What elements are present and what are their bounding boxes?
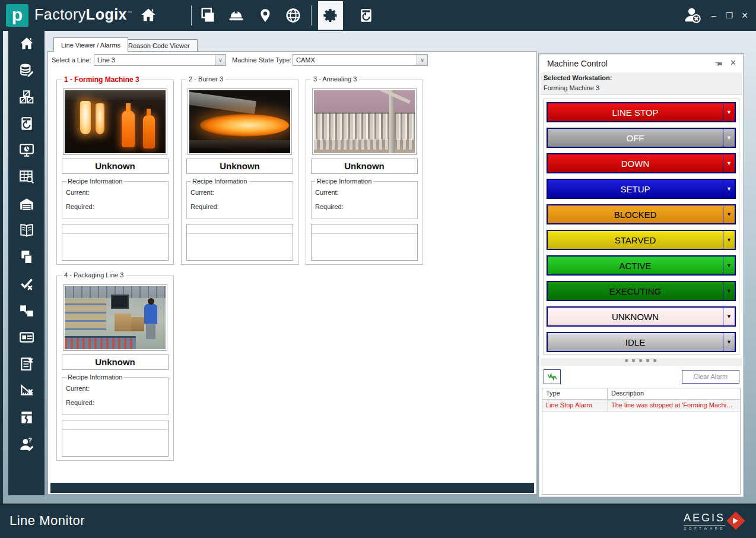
chevron-down-icon[interactable]: ▼ bbox=[723, 257, 735, 274]
sidebar-item-warehouse[interactable] bbox=[8, 191, 45, 218]
recipe-information-group: Recipe Information Current: Required: bbox=[186, 181, 293, 219]
machine-title: 1 - Forming Machine 3 bbox=[62, 75, 142, 84]
device-restore-icon bbox=[19, 116, 34, 134]
alarm-type-cell: Line Stop Alarm bbox=[542, 400, 608, 412]
line-select-dropdown[interactable]: Line 3 ∨ bbox=[94, 54, 226, 66]
device-restore-icon[interactable] bbox=[358, 7, 374, 26]
list-x-icon bbox=[19, 356, 34, 374]
state-button-setup[interactable]: SETUP▼ bbox=[547, 179, 736, 199]
close-button[interactable]: ✕ bbox=[739, 11, 750, 20]
tab-line-viewer-alarms[interactable]: Line Viewer / Alarms bbox=[53, 37, 128, 52]
refresh-button[interactable] bbox=[544, 369, 561, 384]
refresh-arrows-icon bbox=[547, 374, 558, 384]
chevron-down-icon[interactable]: ∨ bbox=[417, 55, 427, 65]
chevron-down-icon[interactable]: ∨ bbox=[215, 55, 225, 65]
brand-text: FactoryLogix™ bbox=[34, 6, 132, 23]
filter-row: Select a Line: Line 3 ∨ Machine State Ty… bbox=[48, 53, 536, 67]
sidebar-item-documents[interactable] bbox=[8, 245, 45, 271]
sidebar-item-dashboard[interactable] bbox=[8, 138, 45, 164]
chevron-down-icon[interactable]: ▼ bbox=[723, 180, 735, 198]
toolbar-separator bbox=[311, 5, 312, 26]
chevron-down-icon[interactable]: ▼ bbox=[723, 205, 735, 223]
pin-icon[interactable] bbox=[714, 60, 722, 71]
check-x-icon bbox=[19, 276, 34, 294]
machine-image-frame bbox=[188, 88, 292, 155]
machine-state-type-dropdown[interactable]: CAMX ∨ bbox=[293, 54, 428, 66]
machine-title: 3 - Annealing 3 bbox=[311, 75, 359, 83]
tab-reason-code-viewer[interactable]: Reason Code Viewer bbox=[120, 39, 198, 52]
sidebar-item-operator[interactable]: ? bbox=[8, 432, 45, 458]
user-logout-icon[interactable] bbox=[682, 5, 703, 27]
chevron-down-icon[interactable]: ▼ bbox=[723, 154, 735, 172]
recipe-current-label: Current: bbox=[66, 189, 90, 196]
chevron-down-icon[interactable]: ▼ bbox=[723, 333, 735, 351]
machine-panel-annealing[interactable]: 3 - Annealing 3 Unknown Recipe Informati… bbox=[306, 80, 423, 265]
svg-text:?: ? bbox=[28, 436, 32, 444]
sidebar-item-verify[interactable] bbox=[8, 271, 45, 298]
alarm-table-row[interactable]: Line Stop Alarm The line was stopped at … bbox=[542, 400, 740, 412]
documents-icon[interactable] bbox=[199, 7, 216, 26]
sidebar-item-measure[interactable] bbox=[8, 378, 45, 405]
state-button-line-stop[interactable]: LINE STOP▼ bbox=[547, 102, 736, 122]
recipe-information-group: Recipe Information Current: Required: bbox=[62, 181, 169, 219]
machine-status: Unknown bbox=[62, 355, 169, 370]
machine-panel-burner[interactable]: 2 - Burner 3 Unknown Recipe Information … bbox=[181, 80, 298, 265]
sidebar-item-transfer[interactable] bbox=[8, 298, 45, 325]
gear-icon[interactable] bbox=[318, 1, 343, 30]
main-horizontal-scrollbar[interactable] bbox=[50, 483, 534, 493]
machine-alarm-list bbox=[311, 224, 418, 261]
sidebar-item-scrap[interactable] bbox=[8, 405, 45, 432]
panel-title: Machine Control bbox=[547, 59, 608, 68]
map-pin-icon[interactable] bbox=[258, 7, 273, 26]
sidebar-item-home[interactable] bbox=[8, 31, 45, 58]
recipe-required-label: Required: bbox=[66, 203, 94, 210]
sidebar-item-badge[interactable] bbox=[8, 325, 45, 352]
chevron-down-icon[interactable]: ▼ bbox=[723, 282, 735, 300]
chevron-down-icon[interactable]: ▼ bbox=[723, 308, 735, 325]
application-window: p FactoryLogix™ – ❐ ✕ bbox=[0, 0, 756, 538]
packaging-line-photo bbox=[65, 286, 166, 349]
state-button-off[interactable]: OFF▼ bbox=[547, 128, 736, 148]
sidebar-item-data[interactable] bbox=[8, 58, 45, 84]
machine-control-panel: Machine Control ✕ Selected Workstation: … bbox=[538, 53, 744, 498]
sidebar-item-task-list[interactable] bbox=[8, 352, 45, 378]
trademark: ™ bbox=[127, 10, 132, 15]
transfer-icon bbox=[19, 303, 34, 321]
sidebar-item-restore[interactable] bbox=[8, 111, 45, 138]
close-panel-icon[interactable]: ✕ bbox=[730, 58, 736, 67]
state-button-blocked[interactable]: BLOCKED▼ bbox=[547, 204, 736, 224]
machine-panel-packaging[interactable]: 4 - Packaging Line 3 Unknown Recipe Info… bbox=[56, 276, 174, 461]
chevron-down-icon[interactable]: ▼ bbox=[723, 231, 735, 249]
recipe-information-group: Recipe Information Current: Required: bbox=[62, 377, 169, 415]
aegis-diamond-icon bbox=[728, 512, 745, 530]
machine-status: Unknown bbox=[186, 159, 293, 174]
sidebar-item-table-query[interactable] bbox=[8, 164, 45, 191]
chevron-down-icon[interactable]: ▼ bbox=[723, 129, 735, 147]
sidebar-item-docs[interactable] bbox=[8, 218, 45, 245]
documents-icon bbox=[19, 249, 34, 267]
machine-title: 4 - Packaging Line 3 bbox=[62, 271, 126, 279]
maximize-button[interactable]: ❐ bbox=[724, 11, 735, 20]
machine-panel-forming[interactable]: 1 - Forming Machine 3 Unknown Recipe Inf… bbox=[56, 80, 174, 265]
machine-status: Unknown bbox=[62, 159, 169, 174]
state-button-executing[interactable]: EXECUTING▼ bbox=[547, 281, 736, 301]
state-button-down[interactable]: DOWN▼ bbox=[547, 153, 736, 173]
state-button-active[interactable]: ACTIVE▼ bbox=[547, 255, 736, 276]
home-icon[interactable] bbox=[140, 7, 157, 26]
minimize-button[interactable]: – bbox=[709, 11, 719, 20]
globe-icon[interactable] bbox=[285, 7, 301, 26]
state-button-unknown[interactable]: UNKNOWN▼ bbox=[547, 306, 736, 327]
user-question-edit-icon: ? bbox=[19, 436, 34, 454]
state-button-idle[interactable]: IDLE▼ bbox=[547, 332, 736, 352]
column-header-type[interactable]: Type bbox=[542, 388, 608, 399]
clear-alarm-button[interactable]: Clear Alarm bbox=[682, 370, 739, 384]
machine-status: Unknown bbox=[311, 159, 418, 174]
column-header-description[interactable]: Description bbox=[608, 388, 740, 399]
sidebar-item-materials[interactable] bbox=[8, 84, 45, 111]
recipe-current-label: Current: bbox=[190, 189, 214, 196]
panel-splitter[interactable]: ■ ■ ■ ■ ■ bbox=[541, 358, 742, 366]
window-left-edge bbox=[0, 31, 3, 504]
state-button-starved[interactable]: STARVED▼ bbox=[547, 230, 736, 250]
chevron-down-icon[interactable]: ▼ bbox=[723, 103, 735, 121]
hardhat-icon[interactable] bbox=[228, 7, 244, 26]
